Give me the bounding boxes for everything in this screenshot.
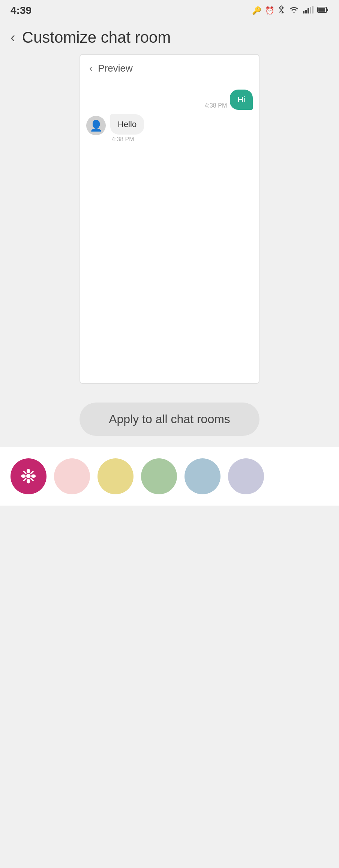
signal-icon [303,6,314,15]
svg-rect-4 [312,6,314,13]
apply-btn-wrapper: Apply to all chat rooms [0,395,339,447]
alarm-icon: ⏰ [265,6,274,15]
svg-rect-0 [303,11,304,13]
preview-header: ‹ Preview [80,55,259,82]
preview-back-icon: ‹ [89,62,93,74]
bottom-area [0,506,339,843]
back-button[interactable]: ‹ [10,30,15,45]
bluetooth-icon [278,5,285,16]
message-time-left: 4:38 PM [110,136,144,143]
wifi-icon [289,6,299,15]
key-icon: 🔑 [252,6,261,15]
color-swatches-row: ❉ [0,447,339,506]
page-title: Customize chat room [22,28,171,46]
preview-title: Preview [98,63,132,74]
swatch-pink[interactable] [54,458,90,494]
svg-rect-3 [310,7,311,13]
status-icons: 🔑 ⏰ [252,5,328,16]
message-row-left: 👤 Hello 4:38 PM [86,114,253,143]
flower-icon: ❉ [20,465,37,488]
preview-wrapper: ‹ Preview 4:38 PM Hi 👤 Hello 4:38 PM [0,54,339,395]
avatar-icon: 👤 [90,120,103,132]
message-content-left: Hello 4:38 PM [110,114,144,143]
avatar: 👤 [86,116,106,135]
apply-to-all-button[interactable]: Apply to all chat rooms [80,403,260,436]
svg-rect-6 [327,9,328,11]
svg-rect-1 [305,10,307,13]
swatch-yellow[interactable] [98,458,134,494]
message-time-right: 4:38 PM [205,102,227,109]
message-bubble-hi: Hi [230,90,253,110]
svg-rect-7 [318,8,325,12]
battery-icon [317,6,328,15]
status-time: 4:39 [10,4,32,16]
swatch-lavender[interactable] [228,458,264,494]
preview-body: 4:38 PM Hi 👤 Hello 4:38 PM [80,82,259,383]
message-row-right: 4:38 PM Hi [86,90,253,110]
message-bubble-hello: Hello [110,114,144,135]
svg-rect-2 [308,8,309,13]
preview-phone: ‹ Preview 4:38 PM Hi 👤 Hello 4:38 PM [80,54,260,384]
header: ‹ Customize chat room [0,19,339,54]
swatch-flower[interactable]: ❉ [10,458,46,494]
swatch-blue[interactable] [184,458,220,494]
swatch-green[interactable] [141,458,177,494]
status-bar: 4:39 🔑 ⏰ [0,0,339,19]
